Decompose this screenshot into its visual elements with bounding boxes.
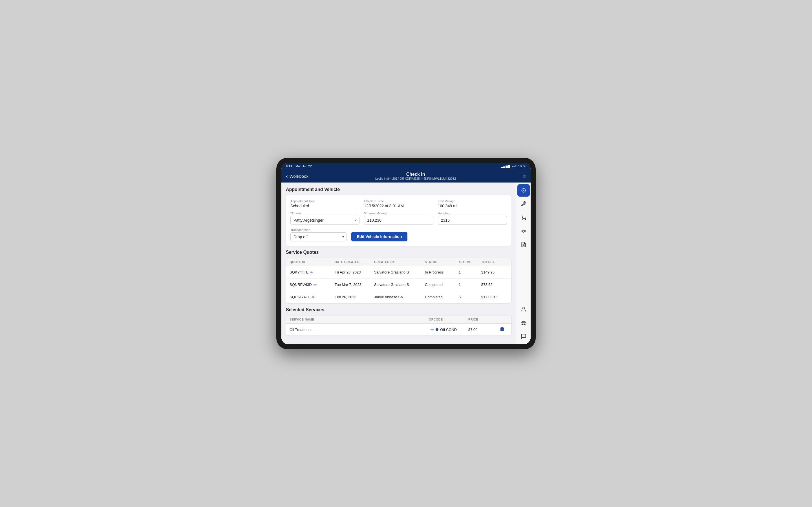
checkin-time-label: Check In Time [364, 200, 433, 203]
status-date: Mon Jun 22 [296, 165, 312, 168]
advisor-label: *Advisor [290, 212, 359, 215]
appointment-row-2: *Advisor Patty Argetsinger ▾ * [290, 212, 507, 225]
appointment-type-group: Appointment Type Scheduled [290, 200, 359, 208]
hangtag-group: Hangtag [438, 212, 507, 225]
col-quote-id: Quote ID [290, 260, 335, 264]
last-mileage-label: Last Mileage [438, 200, 507, 203]
quote-id-text: SQNRPWI3D [290, 283, 312, 287]
current-mileage-input[interactable] [364, 216, 433, 225]
col-created-by: Created By [374, 260, 425, 264]
services-table-header: SERVICE NAME OPCODE PRICE [286, 316, 511, 324]
total-cell: $149.95 [481, 270, 507, 274]
created-by-cell: Salvatore Graziano S [374, 270, 425, 274]
transportation-select[interactable]: Drop off [290, 232, 347, 241]
items-cell: 5 [459, 295, 481, 299]
last-mileage-value: 100,349 mi [438, 204, 507, 208]
col-opcode: OPCODE [429, 318, 468, 321]
add-quote-button[interactable]: + [507, 281, 511, 288]
add-quote-button[interactable]: + [507, 294, 511, 300]
date-created-cell: Tue Mar 7, 2023 [335, 283, 374, 287]
edit-vehicle-button[interactable]: Edit Vehicle Information [351, 232, 407, 241]
date-created-cell: Fri Apr 28, 2023 [335, 270, 374, 274]
table-row: SQKY44TE ✏ Fri Apr 28, 2023 Salvatore Gr… [286, 266, 511, 279]
service-quotes-title: Service Quotes [286, 250, 511, 255]
add-quote-button[interactable]: + [507, 269, 511, 276]
created-by-cell: Jaime Annese SA [374, 295, 425, 299]
content-area: Appointment and Vehicle Appointment Type… [282, 182, 516, 344]
service-name-text: Oil Treatment [290, 328, 312, 332]
services-table: SERVICE NAME OPCODE PRICE Oil Treatment [286, 315, 511, 336]
quotes-table-header: Quote ID Date Created Created By Status … [286, 258, 511, 266]
col-price: PRICE [468, 318, 497, 321]
svg-point-5 [522, 307, 524, 309]
sidebar-item-checkin[interactable] [517, 184, 530, 196]
main-layout: Appointment and Vehicle Appointment Type… [282, 182, 530, 344]
current-mileage-group: *Current Mileage [364, 212, 433, 225]
last-mileage-group: Last Mileage 100,349 mi [438, 200, 507, 208]
advisor-group: *Advisor Patty Argetsinger ▾ [290, 212, 359, 225]
service-quotes-card: Quote ID Date Created Created By Status … [286, 258, 511, 303]
quote-id-cell: SQF1AY41L ✏ [290, 295, 335, 299]
sidebar-item-cart[interactable] [517, 211, 530, 224]
sidebar-item-handshake[interactable] [517, 225, 530, 237]
sidebar-item-person[interactable] [517, 303, 530, 316]
nav-title-group: Check In Leslie Hall • 2014 X5 XDRIVE35I… [375, 172, 456, 180]
quote-id-text: SQF1AY41L [290, 295, 310, 299]
transportation-label: Transportation [290, 228, 347, 231]
checkin-time-group: Check In Time 12/15/2022 at 8:01 AM [364, 200, 433, 208]
total-cell: $73.52 [481, 283, 507, 287]
quote-id-cell: SQKY44TE ✏ [290, 270, 335, 275]
service-edit-icon[interactable]: ✏ [430, 327, 434, 332]
transportation-select-wrapper: Drop off ▾ [290, 232, 347, 241]
status-time: 9:41 [286, 165, 292, 168]
selected-services-card: SERVICE NAME OPCODE PRICE Oil Treatment [286, 315, 511, 336]
checkin-time-value: 12/15/2022 at 8:01 AM [364, 204, 433, 208]
page-title: Check In [375, 172, 456, 177]
sidebar-item-chat[interactable] [517, 330, 530, 342]
tablet-screen: 9:41 Mon Jun 22 ▂▄▆█ wifi 100% ‹ Workboo… [282, 163, 530, 344]
advisor-select-wrapper: Patty Argetsinger ▾ [290, 216, 359, 225]
status-badge: Completed [425, 283, 459, 287]
hangtag-input[interactable] [438, 216, 507, 225]
status-badge: Completed [425, 295, 459, 299]
page-subtitle: Leslie Hall • 2014 X5 XDRIVE35I • 4KPINM… [375, 177, 456, 180]
quote-edit-icon[interactable]: ✏ [312, 295, 315, 299]
col-action [507, 260, 511, 264]
col-total: Total $ [481, 260, 507, 264]
back-button[interactable]: ‹ Workbook [286, 173, 308, 179]
service-indicator [436, 328, 439, 331]
workbook-label: Workbook [290, 174, 308, 179]
sidebar-item-document[interactable] [517, 238, 530, 251]
opcode-cell: ✏ OILCOND [429, 327, 468, 332]
selected-services-title: Selected Services [286, 307, 511, 313]
price-cell: $7.00 [468, 328, 497, 332]
menu-button[interactable]: ≡ [523, 173, 526, 179]
nav-bar: ‹ Workbook Check In Leslie Hall • 2014 X… [282, 170, 530, 182]
service-name-cell: Oil Treatment [290, 328, 429, 332]
quote-edit-icon[interactable]: ✏ [313, 283, 317, 287]
table-row: Oil Treatment ✏ OILCOND $7.00 [286, 324, 511, 335]
appointment-section-title: Appointment and Vehicle [286, 187, 511, 192]
tablet-frame: 9:41 Mon Jun 22 ▂▄▆█ wifi 100% ‹ Workboo… [276, 158, 536, 349]
status-badge: In Progress [425, 270, 459, 274]
svg-point-2 [525, 219, 525, 220]
delete-service-button[interactable] [497, 327, 508, 333]
advisor-select[interactable]: Patty Argetsinger [290, 216, 359, 225]
quote-id-cell: SQNRPWI3D ✏ [290, 283, 335, 287]
total-cell: $1,808.15 [481, 295, 507, 299]
signal-icon: ▂▄▆█ [501, 165, 510, 168]
svg-point-1 [522, 219, 523, 220]
back-arrow-icon: ‹ [286, 173, 288, 179]
appointment-card: Appointment Type Scheduled Check In Time… [286, 195, 511, 246]
sidebar-item-car[interactable] [517, 317, 530, 329]
col-date-created: Date Created [335, 260, 374, 264]
transportation-group: Transportation Drop off ▾ [290, 228, 347, 241]
table-row: SQNRPWI3D ✏ Tue Mar 7, 2023 Salvatore Gr… [286, 279, 511, 291]
quote-id-text: SQKY44TE [290, 270, 308, 274]
service-actions: ✏ OILCOND [429, 327, 468, 332]
items-cell: 1 [459, 283, 481, 287]
sidebar-item-wrench[interactable] [517, 198, 530, 210]
battery-icon: 100% [518, 165, 526, 168]
quote-edit-icon[interactable]: ✏ [310, 270, 313, 275]
table-row: SQF1AY41L ✏ Feb 26, 2023 Jaime Annese SA… [286, 291, 511, 303]
